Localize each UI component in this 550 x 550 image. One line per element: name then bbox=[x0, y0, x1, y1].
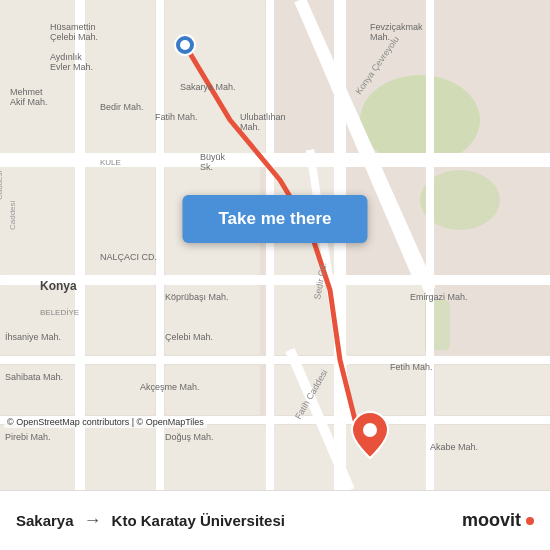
svg-text:Ulubatlıhan: Ulubatlıhan bbox=[240, 112, 286, 122]
svg-point-48 bbox=[180, 40, 190, 50]
route-arrow: → bbox=[84, 510, 102, 531]
bottom-bar: Sakarya → Kto Karatay Üniversitesi moovi… bbox=[0, 490, 550, 550]
route-from: Sakarya bbox=[16, 512, 74, 529]
moovit-brand-dot bbox=[526, 517, 534, 525]
map-container: Hüsamettin Çelebi Mah. Aydınlık Evler Ma… bbox=[0, 0, 550, 490]
svg-text:Akif Mah.: Akif Mah. bbox=[10, 97, 48, 107]
svg-rect-32 bbox=[345, 365, 425, 415]
svg-text:Büyük: Büyük bbox=[200, 152, 226, 162]
svg-rect-26 bbox=[270, 285, 335, 355]
svg-text:KULE: KULE bbox=[100, 158, 121, 167]
svg-text:Mah.: Mah. bbox=[240, 122, 260, 132]
svg-text:Akçeşme Mah.: Akçeşme Mah. bbox=[140, 382, 200, 392]
moovit-logo: moovit bbox=[462, 510, 534, 531]
svg-text:Hüsamettin: Hüsamettin bbox=[50, 22, 96, 32]
svg-rect-24 bbox=[85, 285, 155, 355]
svg-text:İhsaniye Mah.: İhsaniye Mah. bbox=[5, 332, 61, 342]
svg-point-49 bbox=[363, 423, 377, 437]
svg-text:NALÇACI CD.: NALÇACI CD. bbox=[100, 252, 157, 262]
svg-point-1 bbox=[360, 75, 480, 165]
svg-text:Caddesi: Caddesi bbox=[0, 170, 4, 200]
take-me-there-button[interactable]: Take me there bbox=[182, 195, 367, 243]
svg-rect-23 bbox=[0, 285, 75, 355]
svg-text:Sk.: Sk. bbox=[200, 162, 213, 172]
svg-text:Caddesi: Caddesi bbox=[8, 200, 17, 230]
map-attribution: © OpenStreetMap contributors | © OpenMap… bbox=[4, 416, 207, 428]
svg-text:Emirgazi Mah.: Emirgazi Mah. bbox=[410, 292, 468, 302]
svg-text:Mehmet: Mehmet bbox=[10, 87, 43, 97]
route-to: Kto Karatay Üniversitesi bbox=[112, 512, 285, 529]
svg-text:Çelebi Mah.: Çelebi Mah. bbox=[165, 332, 213, 342]
svg-text:Sahibata Mah.: Sahibata Mah. bbox=[5, 372, 63, 382]
svg-text:Aydınlık: Aydınlık bbox=[50, 52, 82, 62]
svg-text:Mah.: Mah. bbox=[370, 32, 390, 42]
svg-text:Konya: Konya bbox=[40, 279, 77, 293]
svg-text:Fetih Mah.: Fetih Mah. bbox=[390, 362, 433, 372]
moovit-brand-text: moovit bbox=[462, 510, 521, 531]
svg-text:Akabe Mah.: Akabe Mah. bbox=[430, 442, 478, 452]
svg-text:Çelebi Mah.: Çelebi Mah. bbox=[50, 32, 98, 42]
route-section: Sakarya → Kto Karatay Üniversitesi bbox=[16, 510, 462, 531]
svg-text:Bedir Mah.: Bedir Mah. bbox=[100, 102, 144, 112]
svg-rect-33 bbox=[435, 365, 550, 415]
svg-text:Köprübaşı Mah.: Köprübaşı Mah. bbox=[165, 292, 229, 302]
svg-text:Doğuş Mah.: Doğuş Mah. bbox=[165, 432, 214, 442]
svg-text:Fatih Mah.: Fatih Mah. bbox=[155, 112, 198, 122]
svg-text:Fevziçakmak: Fevziçakmak bbox=[370, 22, 423, 32]
svg-text:BELEDİYE: BELEDİYE bbox=[40, 308, 79, 317]
svg-text:Pirebi Mah.: Pirebi Mah. bbox=[5, 432, 51, 442]
svg-text:Sakarya Mah.: Sakarya Mah. bbox=[180, 82, 236, 92]
svg-text:Evler Mah.: Evler Mah. bbox=[50, 62, 93, 72]
